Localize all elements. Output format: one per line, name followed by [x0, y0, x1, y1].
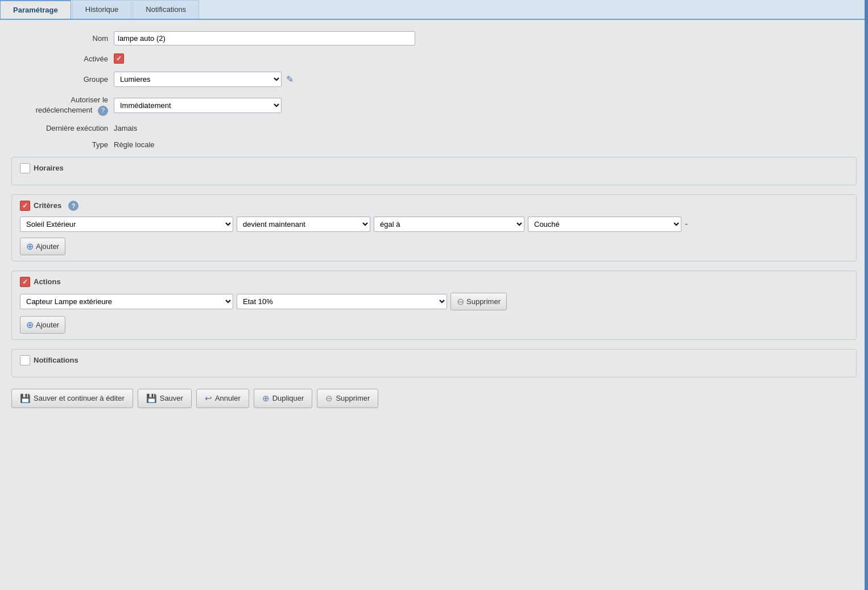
horaires-title: Horaires	[34, 164, 64, 172]
cancel-icon: ↩	[205, 393, 212, 404]
save-continue-label: Sauver et continuer à éditer	[34, 394, 125, 402]
actions-add-label: Ajouter	[36, 321, 59, 329]
tab-historique[interactable]: Historique	[72, 0, 132, 19]
action-delete-button[interactable]: ⊖ Supprimer	[450, 293, 507, 310]
cancel-button[interactable]: ↩ Annuler	[196, 389, 249, 408]
criteria-field3[interactable]: égal à	[374, 217, 524, 232]
duplicate-button[interactable]: ⊕ Dupliquer	[254, 389, 313, 408]
action-field1[interactable]: Capteur Lampe extérieure	[20, 294, 233, 309]
autoriser-help-icon[interactable]: ?	[98, 106, 108, 116]
nom-input[interactable]	[114, 31, 415, 45]
delete-button[interactable]: ⊖ Supprimer	[317, 389, 378, 408]
actions-row: Capteur Lampe extérieure Etat 10% ⊖ Supp…	[20, 293, 848, 310]
groupe-label: Groupe	[11, 75, 114, 84]
action-delete-label: Supprimer	[466, 297, 501, 306]
criteres-help-icon[interactable]: ?	[68, 201, 78, 211]
notifications-title: Notifications	[34, 356, 78, 364]
criteria-row: Soleil Extérieur devient maintenant égal…	[20, 217, 848, 232]
derniere-label: Dernière exécution	[11, 124, 114, 132]
actions-checkbox[interactable]	[20, 277, 30, 287]
type-row: Type Règle locale	[11, 140, 857, 149]
criteres-add-button[interactable]: ⊕ Ajouter	[20, 238, 65, 255]
groupe-row: Groupe Lumieres ✎	[11, 72, 857, 87]
derniere-value: Jamais	[114, 124, 137, 132]
save-button[interactable]: 💾 Sauver	[138, 389, 192, 408]
criteres-checkbox[interactable]	[20, 201, 30, 211]
cancel-label: Annuler	[215, 394, 241, 402]
horaires-section: Horaires	[11, 157, 857, 185]
criteria-field1[interactable]: Soleil Extérieur	[20, 217, 233, 232]
autoriser-label: Autoriser le redéclenchement ?	[11, 95, 114, 116]
main-content: Nom Activée Groupe Lumieres ✎ Autoriser …	[0, 20, 868, 419]
action-field2[interactable]: Etat 10%	[237, 294, 447, 309]
save-icon: 💾	[146, 393, 157, 404]
autoriser-row: Autoriser le redéclenchement ? Immédiate…	[11, 95, 857, 116]
actions-section: Actions Capteur Lampe extérieure Etat 10…	[11, 271, 857, 340]
horaires-checkbox[interactable]	[20, 163, 30, 173]
duplicate-label: Dupliquer	[272, 394, 304, 402]
tab-notifications[interactable]: Notifications	[133, 0, 199, 19]
criteres-title: Critères	[34, 201, 61, 210]
groupe-select[interactable]: Lumieres	[114, 72, 282, 87]
nom-label: Nom	[11, 34, 114, 43]
criteria-dash: -	[685, 219, 688, 229]
horaires-legend: Horaires	[20, 163, 848, 173]
activee-checkbox[interactable]	[114, 53, 124, 64]
actions-add-button[interactable]: ⊕ Ajouter	[20, 316, 65, 334]
criteria-field4[interactable]: Couché	[528, 217, 681, 232]
notifications-checkbox[interactable]	[20, 355, 30, 365]
type-value: Règle locale	[114, 140, 155, 149]
criteres-section: Critères ? Soleil Extérieur devient main…	[11, 194, 857, 261]
actions-add-icon: ⊕	[26, 319, 34, 330]
groupe-edit-icon[interactable]: ✎	[286, 74, 294, 85]
save-label: Sauver	[160, 394, 183, 402]
right-border-accent	[865, 0, 868, 590]
notifications-legend: Notifications	[20, 355, 848, 365]
footer-bar: 💾 Sauver et continuer à éditer 💾 Sauver …	[11, 389, 857, 408]
notifications-section: Notifications	[11, 349, 857, 377]
delete-label: Supprimer	[336, 394, 370, 402]
activee-row: Activée	[11, 53, 857, 64]
save-continue-button[interactable]: 💾 Sauver et continuer à éditer	[11, 389, 133, 408]
action-delete-icon: ⊖	[457, 296, 464, 307]
actions-legend: Actions	[20, 277, 848, 287]
nom-row: Nom	[11, 31, 857, 45]
save-continue-icon: 💾	[20, 393, 31, 404]
autoriser-select[interactable]: Immédiatement	[114, 98, 282, 113]
criteres-add-icon: ⊕	[26, 241, 34, 252]
duplicate-icon: ⊕	[262, 393, 270, 404]
actions-title: Actions	[34, 277, 61, 286]
derniere-row: Dernière exécution Jamais	[11, 124, 857, 132]
delete-icon: ⊖	[325, 393, 333, 404]
type-label: Type	[11, 140, 114, 149]
criteres-legend: Critères ?	[20, 201, 848, 211]
criteres-add-label: Ajouter	[36, 242, 59, 251]
tab-parametrage[interactable]: Paramétrage	[0, 0, 71, 19]
activee-label: Activée	[11, 55, 114, 63]
tabs-bar: Paramétrage Historique Notifications	[0, 0, 868, 20]
criteria-field2[interactable]: devient maintenant	[237, 217, 370, 232]
